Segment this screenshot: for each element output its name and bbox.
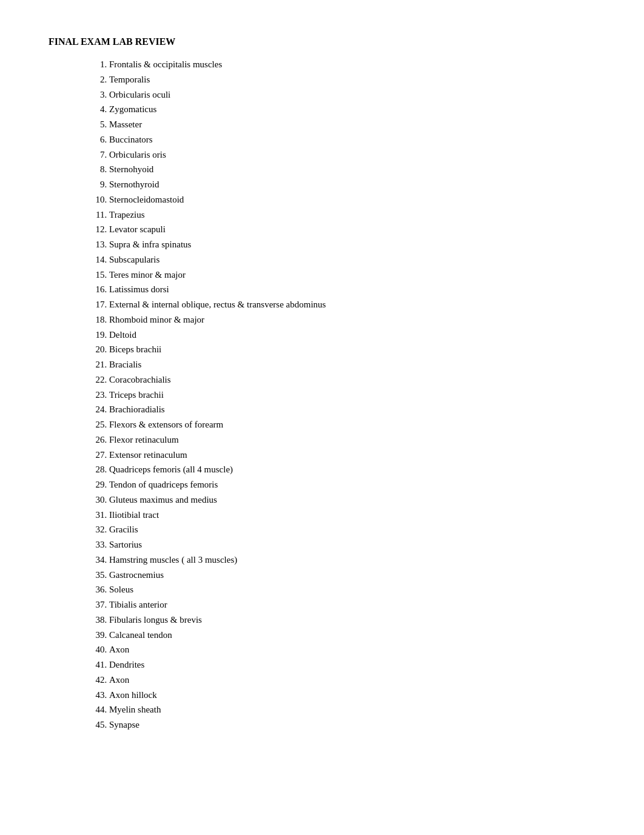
list-item: Tibialis anterior [109,599,595,612]
list-item: Latissimus dorsi [109,283,595,297]
list-item: Frontalis & occipitalis muscles [109,58,595,72]
list-item: Hamstring muscles ( all 3 muscles) [109,554,595,567]
list-item: Quadriceps femoris (all 4 muscle) [109,463,595,477]
list-item: Masseter [109,118,595,132]
exam-list: Frontalis & occipitalis musclesTemporali… [49,58,595,732]
list-item: Tendon of quadriceps femoris [109,478,595,492]
list-item: Triceps brachii [109,389,595,402]
list-item: Bracialis [109,358,595,372]
list-item: Gastrocnemius [109,569,595,582]
list-item: Fibularis longus & brevis [109,614,595,627]
list-item: Orbicularis oris [109,149,595,162]
list-item: Axon hillock [109,689,595,702]
list-item: Calcaneal tendon [109,629,595,642]
list-item: Myelin sheath [109,703,595,717]
list-item: Sternothyroid [109,178,595,192]
list-item: External & internal oblique, rectus & tr… [109,298,595,312]
list-item: Orbicularis oculi [109,89,595,102]
list-item: Extensor retinaculum [109,449,595,462]
list-item: Dendrites [109,659,595,672]
list-item: Rhomboid minor & major [109,314,595,327]
list-item: Axon [109,674,595,687]
list-item: Gluteus maximus and medius [109,494,595,507]
list-item: Gracilis [109,523,595,537]
list-item: Brachioradialis [109,403,595,417]
list-item: Levator scapuli [109,223,595,236]
list-item: Deltoid [109,329,595,342]
list-item: Coracobrachialis [109,374,595,387]
list-item: Axon [109,643,595,657]
list-item: Flexors & extensors of forearm [109,418,595,432]
list-item: Sartorius [109,538,595,552]
list-item: Temporalis [109,73,595,87]
list-item: Soleus [109,583,595,597]
list-item: Sternohyoid [109,163,595,176]
page-title: FINAL EXAM LAB REVIEW [49,36,595,47]
list-item: Synapse [109,719,595,732]
list-item: Teres minor & major [109,269,595,282]
list-item: Supra & infra spinatus [109,238,595,252]
list-item: Buccinators [109,133,595,147]
list-item: Iliotibial tract [109,509,595,522]
list-item: Sternocleidomastoid [109,193,595,207]
list-item: Trapezius [109,209,595,222]
list-item: Zygomaticus [109,103,595,116]
list-item: Biceps brachii [109,343,595,357]
list-item: Subscapularis [109,253,595,267]
list-item: Flexor retinaculum [109,434,595,447]
